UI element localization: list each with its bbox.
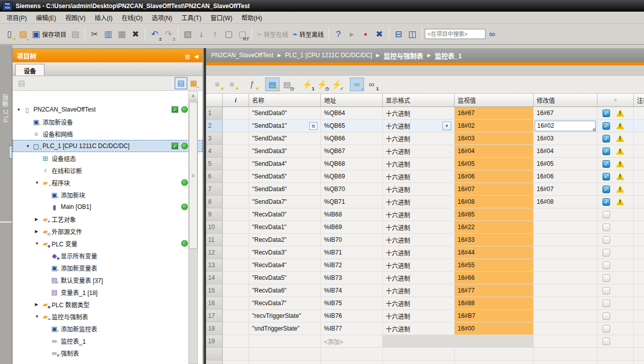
- cell-name[interactable]: "RecvData0": [249, 208, 321, 221]
- cell-comment[interactable]: [634, 284, 644, 297]
- cell-address[interactable]: %QB69: [321, 170, 383, 183]
- cell-name[interactable]: "RecvData2": [249, 234, 321, 246]
- cell-name[interactable]: "RecvData3": [249, 246, 321, 259]
- cell-display-format[interactable]: 十六进制: [383, 259, 455, 272]
- cell-address[interactable]: %IB74: [321, 284, 383, 297]
- cell-info[interactable]: [223, 297, 249, 310]
- row-number[interactable]: 10: [206, 221, 223, 234]
- cell-modify-value[interactable]: 16#02: [534, 120, 597, 132]
- row-number[interactable]: 15: [206, 284, 223, 297]
- cell-address[interactable]: %QB64: [321, 107, 383, 120]
- cell-modify-value[interactable]: [534, 284, 597, 297]
- cell-modify-enable[interactable]: [597, 208, 634, 221]
- modify-checkbox[interactable]: [602, 249, 610, 257]
- cell-info[interactable]: [223, 183, 249, 196]
- compile-button[interactable]: ▧: [181, 26, 194, 42]
- cell-info[interactable]: [223, 120, 249, 132]
- cell-display-format[interactable]: 十六进制: [383, 272, 455, 284]
- cell-comment[interactable]: [634, 310, 644, 322]
- cell-display-format[interactable]: 十六进制: [383, 322, 455, 335]
- cell-comment[interactable]: [634, 145, 644, 158]
- cell-info[interactable]: [223, 170, 249, 183]
- tree-item-watch-table[interactable]: ∞监控表_1: [13, 335, 203, 347]
- cell-address[interactable]: %QB66: [321, 132, 383, 145]
- cell-comment[interactable]: [634, 259, 644, 272]
- cell-modify-enable[interactable]: [597, 234, 634, 246]
- cell-address[interactable]: %QB65: [321, 120, 383, 132]
- cell-modify-enable[interactable]: ✓: [597, 183, 634, 196]
- cell-monitor-value[interactable]: 16#33: [455, 234, 534, 246]
- modify-checkbox[interactable]: [602, 300, 610, 307]
- cell-monitor-value[interactable]: 16#85: [455, 208, 534, 221]
- snapshot-button[interactable]: ▢: [222, 26, 235, 42]
- cell-name[interactable]: "SendData3": [249, 145, 321, 158]
- columns-icon[interactable]: ▥: [185, 53, 190, 59]
- tree-item-project[interactable]: ▼▯PN2CAN_SlaveOffTest✓: [13, 103, 203, 116]
- cell-address[interactable]: %IB75: [321, 297, 383, 310]
- cell-display-format[interactable]: 十六进制: [383, 221, 455, 234]
- cell-modify-enable[interactable]: [597, 297, 634, 310]
- cell-address[interactable]: %QB68: [321, 158, 383, 170]
- row-number[interactable]: 19: [206, 335, 223, 348]
- cell-modify-enable[interactable]: [597, 221, 634, 234]
- header-col-comment[interactable]: 注释: [634, 94, 644, 106]
- cell-monitor-value[interactable]: 16#55: [455, 259, 534, 272]
- save-project-button[interactable]: ▣保存项目: [30, 26, 68, 42]
- cell-info[interactable]: [223, 221, 249, 234]
- monitor-once-button[interactable]: ▤◷: [280, 78, 294, 91]
- cell-comment[interactable]: [634, 221, 644, 234]
- cell-display-format[interactable]: 十六进制: [383, 170, 455, 183]
- cell-display-format[interactable]: 十六进制: [383, 107, 455, 120]
- cell-address[interactable]: %IB77: [321, 322, 383, 335]
- tree-item-device-configuration[interactable]: ⊞设备组态: [13, 152, 203, 164]
- cell-display-format[interactable]: [383, 335, 455, 348]
- modify-checkbox[interactable]: [602, 312, 610, 320]
- modify-checkbox[interactable]: [602, 325, 610, 333]
- cell-modify-enable[interactable]: [597, 284, 634, 297]
- tree-item-force-table[interactable]: ∞F强制表: [13, 347, 203, 359]
- cell-info[interactable]: [223, 234, 249, 246]
- expander-open-icon[interactable]: ▼: [35, 314, 41, 319]
- modify-checkbox[interactable]: ✓: [602, 135, 610, 142]
- project-search-input[interactable]: [425, 29, 486, 39]
- tree-item-plc[interactable]: ▼▢▪PLC_1 [CPU 1211C DC/DC/DC]✓: [13, 140, 203, 152]
- menu-item-4[interactable]: 插入(I): [90, 12, 117, 23]
- cell-display-format[interactable]: 十六进制: [383, 310, 455, 322]
- cell-name[interactable]: "SendData2": [249, 132, 321, 145]
- cell-monitor-value[interactable]: 16#B7: [455, 310, 534, 322]
- cell-monitor-value[interactable]: 16#07: [455, 183, 534, 196]
- upload-from-device-button[interactable]: ↑: [208, 26, 222, 42]
- cell-monitor-value[interactable]: [455, 335, 534, 348]
- modify-value-input[interactable]: 16#02: [535, 121, 596, 131]
- cell-info[interactable]: [223, 132, 249, 145]
- cell-modify-enable[interactable]: ✓: [597, 120, 634, 132]
- tree-item-show-all-tags[interactable]: ◆◆显示所有变量: [13, 249, 203, 262]
- scrollbar-up-icon[interactable]: ∧: [189, 92, 197, 100]
- menu-item-6[interactable]: 选项(N): [147, 12, 177, 23]
- cell-modify-enable[interactable]: ✓: [597, 196, 634, 208]
- watch-once-button[interactable]: ∞1: [365, 78, 379, 91]
- modify-checkbox[interactable]: ✓: [602, 122, 610, 130]
- monitor-all-button[interactable]: ▤⚡: [265, 78, 279, 91]
- cell-name[interactable]: "recvTriggerState": [249, 310, 321, 322]
- tree-item-add-new-watch-table[interactable]: ▣✶添加新监控表: [13, 322, 203, 335]
- cell-modify-enable[interactable]: [597, 310, 634, 322]
- cell-modify-value[interactable]: [534, 322, 597, 335]
- tree-item-external-source-files-folder[interactable]: ▶▰◎外部源文件: [13, 225, 203, 237]
- row-number[interactable]: 16: [206, 297, 223, 310]
- cell-monitor-value[interactable]: 16#88: [455, 297, 534, 310]
- cell-name[interactable]: "SendData4": [249, 158, 321, 170]
- menu-item-3[interactable]: 视图(V): [61, 12, 90, 23]
- tree-item-add-new-block[interactable]: ▣✶添加新块: [13, 189, 203, 201]
- cell-display-format[interactable]: 十六进制: [383, 183, 455, 196]
- cell-monitor-value[interactable]: 16#66: [455, 272, 534, 284]
- cell-modify-enable[interactable]: ✓: [597, 158, 634, 170]
- cell-display-format[interactable]: 十六进制: [383, 284, 455, 297]
- tree-item-ob-block[interactable]: ▮Main [OB1]: [13, 201, 203, 213]
- cell-modify-value[interactable]: [534, 310, 597, 322]
- cell-modify-value[interactable]: [534, 335, 597, 348]
- cell-monitor-value[interactable]: 16#04: [455, 145, 534, 158]
- tree-item-technology-objects-folder[interactable]: ▶▰✶工艺对象: [13, 213, 203, 225]
- cell-modify-enable[interactable]: [597, 335, 634, 348]
- header-col-rownum[interactable]: [206, 94, 223, 106]
